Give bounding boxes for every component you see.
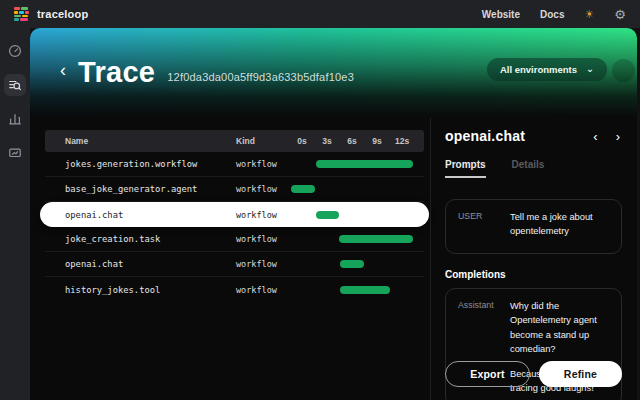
back-chevron-icon[interactable]: ‹ bbox=[60, 61, 66, 79]
tab-details[interactable]: Details bbox=[512, 159, 545, 178]
span-name: history_jokes.tool bbox=[45, 285, 236, 295]
trace-header: ‹ Trace 12f0da3da00a5ff9d3a633b5dfaf10e3… bbox=[30, 28, 637, 118]
docs-link[interactable]: Docs bbox=[540, 9, 564, 20]
span-duration-bar bbox=[340, 286, 390, 294]
timeline-tick-label: 0s bbox=[297, 136, 306, 146]
prev-span-icon[interactable]: ‹ bbox=[593, 130, 597, 143]
span-kind: workflow bbox=[236, 184, 291, 194]
table-row[interactable]: history_jokes.tool workflow bbox=[45, 277, 424, 302]
span-duration-bar bbox=[340, 260, 364, 268]
span-timeline bbox=[291, 202, 424, 227]
sidebar-item-analytics[interactable] bbox=[4, 108, 26, 130]
prompt-message: USER Tell me a joke about opentelemetry bbox=[445, 199, 622, 254]
completion-role-label: Assistant bbox=[458, 299, 510, 310]
top-bar: traceloop Website Docs ☀ ⚙ bbox=[0, 0, 640, 28]
table-row[interactable]: openai.chat workflow bbox=[45, 252, 424, 277]
span-name: jokes.generation.workflow bbox=[45, 159, 236, 169]
timeline-tick-label: 9s bbox=[372, 136, 381, 146]
span-kind: workflow bbox=[236, 285, 291, 295]
table-row[interactable]: openai.chat workflow bbox=[45, 202, 424, 227]
timeline-tick-label: 12s bbox=[395, 136, 409, 146]
environment-dropdown-label: All environments bbox=[500, 64, 577, 75]
sidebar-item-dashboard[interactable] bbox=[4, 40, 26, 62]
timeline-ticks: 0s3s6s9s12s bbox=[291, 130, 424, 152]
column-header-kind: Kind bbox=[236, 136, 291, 146]
span-kind: workflow bbox=[236, 210, 291, 220]
trace-id: 12f0da3da00a5ff9d3a633b5dfaf10e3 bbox=[167, 71, 354, 83]
sidebar-item-traces[interactable] bbox=[4, 74, 26, 96]
span-kind: workflow bbox=[236, 159, 291, 169]
website-link[interactable]: Website bbox=[482, 9, 520, 20]
column-header-name: Name bbox=[45, 136, 236, 146]
timeline-tick-label: 6s bbox=[347, 136, 356, 146]
trace-rows: jokes.generation.workflow workflow base_… bbox=[45, 152, 424, 302]
sidebar-nav bbox=[0, 28, 30, 400]
table-row[interactable]: base_joke_generator.agent workflow bbox=[45, 177, 424, 202]
span-detail-title: openai.chat bbox=[445, 128, 525, 144]
next-span-icon[interactable]: › bbox=[616, 130, 620, 143]
span-name: openai.chat bbox=[45, 259, 236, 269]
prompt-text: Tell me a joke about opentelemetry bbox=[510, 210, 609, 239]
sidebar-item-monitors[interactable] bbox=[4, 142, 26, 164]
traceloop-app: traceloop Website Docs ☀ ⚙ bbox=[0, 0, 640, 400]
avatar[interactable] bbox=[612, 59, 635, 82]
settings-gear-icon[interactable]: ⚙ bbox=[614, 8, 626, 21]
monitors-icon bbox=[8, 146, 22, 160]
export-button[interactable]: Export bbox=[445, 361, 530, 387]
main-panel: ‹ Trace 12f0da3da00a5ff9d3a633b5dfaf10e3… bbox=[30, 28, 637, 400]
completions-heading: Completions bbox=[445, 269, 622, 280]
traces-search-icon bbox=[8, 78, 22, 92]
span-timeline bbox=[291, 177, 424, 201]
table-row[interactable]: joke_creation.task workflow bbox=[45, 227, 424, 252]
table-header: Name Kind 0s3s6s9s12s bbox=[45, 130, 424, 152]
span-timeline bbox=[291, 277, 424, 302]
detail-tabs: Prompts Details bbox=[445, 159, 622, 178]
span-detail-panel: openai.chat ‹ › Prompts Details USER Tel… bbox=[430, 118, 637, 400]
span-duration-bar bbox=[316, 160, 413, 168]
brand-name: traceloop bbox=[37, 8, 88, 20]
spans-table: Name Kind 0s3s6s9s12s jokes.generation.w… bbox=[30, 118, 430, 400]
span-timeline bbox=[291, 252, 424, 276]
span-name: openai.chat bbox=[45, 210, 236, 220]
dashboard-icon bbox=[8, 44, 22, 58]
refine-button[interactable]: Refine bbox=[539, 361, 622, 387]
span-duration-bar bbox=[316, 211, 339, 219]
span-name: base_joke_generator.agent bbox=[45, 184, 236, 194]
page-title: Trace bbox=[78, 58, 155, 87]
span-duration-bar bbox=[339, 235, 413, 243]
theme-toggle-sun-icon[interactable]: ☀ bbox=[584, 9, 594, 20]
span-kind: workflow bbox=[236, 234, 291, 244]
table-row[interactable]: jokes.generation.workflow workflow bbox=[45, 152, 424, 177]
tab-prompts[interactable]: Prompts bbox=[445, 159, 486, 178]
span-duration-bar bbox=[291, 185, 315, 193]
timeline-tick-label: 3s bbox=[322, 136, 331, 146]
span-name: joke_creation.task bbox=[45, 234, 236, 244]
completion-paragraph-1: Why did the Opentelemetry agent become a… bbox=[510, 299, 609, 357]
prompt-role-label: USER bbox=[458, 210, 510, 221]
environment-dropdown[interactable]: All environments ⌄ bbox=[487, 58, 607, 81]
span-timeline bbox=[291, 152, 424, 176]
span-kind: workflow bbox=[236, 259, 291, 269]
span-timeline bbox=[291, 227, 424, 251]
analytics-icon bbox=[8, 112, 22, 126]
traceloop-logo-icon bbox=[14, 7, 29, 21]
chevron-down-icon: ⌄ bbox=[586, 67, 594, 72]
